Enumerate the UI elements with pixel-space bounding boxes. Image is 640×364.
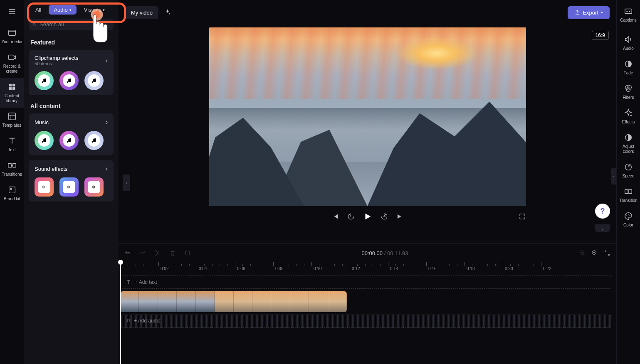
tab-all[interactable]: All bbox=[30, 5, 46, 15]
prop-fade[interactable]: Fade bbox=[617, 55, 640, 80]
timeline-ruler[interactable]: 0:020:040:060:080:100:120:140:160:180:20… bbox=[119, 262, 616, 273]
content-filter-tabs: All Audio▾ Visuals▾ bbox=[24, 0, 119, 19]
chevron-down-icon: ▾ bbox=[601, 10, 603, 15]
audio-track[interactable]: + Add audio bbox=[120, 315, 612, 328]
nav-transitions[interactable]: Transitions bbox=[0, 157, 24, 181]
card-title: Sound effects bbox=[35, 166, 67, 172]
timeline-section: 00:00.00 / 00:11.93 0:020:040:060:080:10… bbox=[119, 243, 616, 364]
ruler-tick: 0:08 bbox=[273, 262, 283, 266]
svg-point-32 bbox=[626, 215, 627, 216]
prop-label: Color bbox=[623, 223, 633, 228]
music-note-icon bbox=[126, 318, 131, 323]
svg-rect-3 bbox=[12, 84, 15, 86]
prop-audio[interactable]: Audio bbox=[617, 31, 640, 55]
prop-label: Audio bbox=[623, 46, 634, 51]
zoom-in-icon[interactable] bbox=[591, 250, 598, 256]
crop-icon[interactable] bbox=[184, 250, 191, 256]
svg-rect-23 bbox=[625, 9, 632, 14]
prop-label: Transition bbox=[619, 198, 638, 203]
undo-icon[interactable] bbox=[124, 250, 131, 256]
audio-thumb[interactable] bbox=[59, 71, 79, 90]
prop-effects[interactable]: Effects bbox=[617, 104, 640, 129]
collapse-right-button[interactable]: ‹ bbox=[611, 168, 616, 184]
svg-point-14 bbox=[169, 13, 171, 15]
time-display: 00:00.00 / 00:11.93 bbox=[199, 250, 571, 256]
playback-controls: 10 10 bbox=[209, 206, 526, 227]
prop-filters[interactable]: Filters bbox=[617, 80, 640, 104]
redo-icon[interactable] bbox=[139, 250, 146, 256]
fullscreen-icon[interactable] bbox=[519, 213, 526, 220]
play-button[interactable] bbox=[363, 212, 372, 221]
forward-10-icon[interactable]: 10 bbox=[381, 213, 388, 220]
video-preview[interactable] bbox=[209, 27, 526, 206]
nav-templates[interactable]: Templates bbox=[0, 108, 24, 132]
ruler-tick: 0:14 bbox=[388, 262, 398, 266]
svg-rect-9 bbox=[9, 187, 15, 193]
nav-brand-kit[interactable]: Brand kit bbox=[0, 181, 24, 206]
ruler-tick: 0:06 bbox=[235, 262, 245, 266]
fit-timeline-icon[interactable] bbox=[604, 250, 610, 256]
prop-captions[interactable]: Captions bbox=[617, 2, 640, 27]
project-title[interactable]: My video bbox=[125, 6, 158, 19]
ruler-tick: 0:12 bbox=[350, 262, 360, 266]
music-header[interactable]: Music › bbox=[35, 118, 108, 126]
prop-color[interactable]: Color bbox=[617, 207, 640, 232]
music-note-icon bbox=[41, 138, 47, 143]
audio-thumb[interactable] bbox=[59, 131, 79, 150]
nav-label: Templates bbox=[2, 123, 22, 128]
skip-start-icon[interactable] bbox=[331, 213, 339, 220]
prop-transition[interactable]: Transition bbox=[617, 183, 640, 207]
audio-thumb[interactable] bbox=[35, 71, 54, 90]
svg-rect-2 bbox=[9, 84, 11, 86]
playhead[interactable] bbox=[120, 260, 121, 364]
nav-your-media[interactable]: Your media bbox=[0, 24, 24, 49]
chevron-right-icon: › bbox=[106, 165, 108, 172]
main-area: My video Export ▾ 16:9 10 10 bbox=[119, 0, 616, 364]
audio-thumb[interactable] bbox=[35, 131, 54, 150]
audio-thumb[interactable] bbox=[84, 71, 104, 90]
svg-rect-7 bbox=[8, 163, 11, 167]
left-nav-rail: Your media Record & create Content libra… bbox=[0, 0, 24, 364]
text-track[interactable]: + Add text bbox=[120, 275, 612, 289]
split-icon[interactable] bbox=[154, 250, 161, 256]
video-clip[interactable] bbox=[120, 291, 347, 312]
zoom-out-icon[interactable] bbox=[579, 250, 586, 256]
nav-record-create[interactable]: Record & create bbox=[0, 49, 24, 78]
hamburger-menu[interactable] bbox=[4, 3, 20, 20]
music-card: Music › bbox=[29, 113, 114, 155]
tab-label: Audio bbox=[54, 7, 67, 13]
tab-visuals[interactable]: Visuals▾ bbox=[79, 5, 110, 15]
skip-end-icon[interactable] bbox=[396, 213, 404, 220]
help-button[interactable]: ? bbox=[595, 204, 610, 219]
rewind-10-icon[interactable]: 10 bbox=[347, 213, 355, 220]
svg-rect-5 bbox=[12, 87, 15, 90]
aspect-ratio-badge[interactable]: 16:9 bbox=[592, 31, 609, 40]
ai-sparkle-icon[interactable] bbox=[163, 8, 172, 17]
card-title: Clipchamp selects bbox=[35, 55, 79, 61]
svg-rect-0 bbox=[8, 30, 15, 36]
search-input[interactable] bbox=[40, 21, 109, 27]
expand-down-icon[interactable]: ⌄ bbox=[595, 224, 610, 232]
svg-point-33 bbox=[628, 214, 629, 215]
timeline-tracks: + Add text + Add audio bbox=[119, 273, 616, 364]
search-audio-input-wrap[interactable] bbox=[29, 19, 114, 30]
sfx-thumb[interactable] bbox=[59, 177, 79, 197]
waveform-icon bbox=[66, 184, 72, 190]
audio-thumb[interactable] bbox=[84, 131, 104, 150]
svg-rect-31 bbox=[629, 189, 632, 193]
svg-rect-30 bbox=[625, 189, 628, 193]
sfx-thumb[interactable] bbox=[35, 177, 54, 197]
prop-speed[interactable]: Speed bbox=[617, 158, 640, 183]
card-title: Music bbox=[35, 119, 49, 125]
upload-icon bbox=[574, 10, 580, 15]
nav-text[interactable]: Text bbox=[0, 132, 24, 157]
sfx-header[interactable]: Sound effects › bbox=[35, 165, 108, 172]
prop-label: Adjust colors bbox=[618, 144, 640, 154]
tab-audio[interactable]: Audio▾ bbox=[49, 5, 76, 15]
prop-adjust-colors[interactable]: Adjust colors bbox=[617, 129, 640, 158]
delete-icon[interactable] bbox=[169, 250, 176, 256]
export-button[interactable]: Export ▾ bbox=[568, 6, 610, 19]
sfx-thumb[interactable] bbox=[84, 177, 104, 197]
clipchamp-selects-header[interactable]: Clipchamp selects 50 items › bbox=[35, 55, 108, 66]
nav-content-library[interactable]: Content library bbox=[0, 78, 24, 108]
